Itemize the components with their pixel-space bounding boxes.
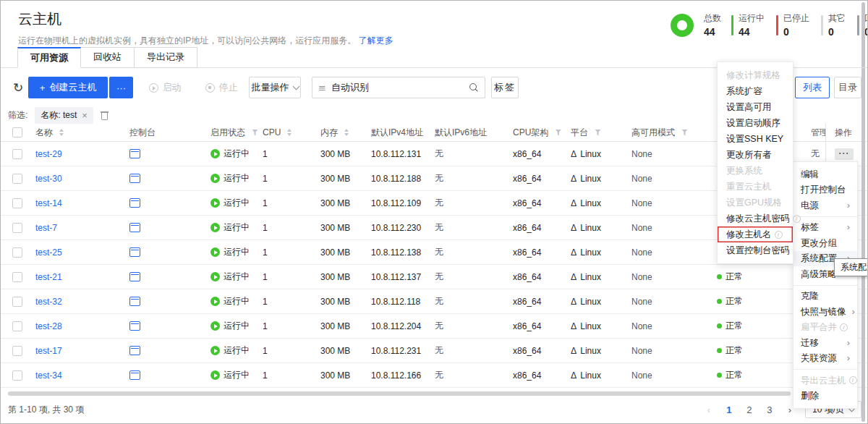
ipv6-value: 无 <box>435 197 443 209</box>
column-header-mem[interactable]: 内存 <box>320 124 371 141</box>
console-icon[interactable] <box>129 174 140 183</box>
action-menu-item[interactable]: 更改分组 <box>793 235 857 251</box>
tab-回收站[interactable]: 回收站 <box>80 47 135 68</box>
row-checkbox[interactable] <box>12 223 22 233</box>
refresh-button[interactable]: ↻ <box>8 77 28 98</box>
sort-icon[interactable] <box>344 129 349 136</box>
row-checkbox[interactable] <box>12 149 22 159</box>
console-icon[interactable] <box>129 346 140 355</box>
sort-icon[interactable] <box>59 129 64 136</box>
column-header-cpu[interactable]: CPU <box>263 124 320 141</box>
action-menu-item[interactable]: 打开控制台 <box>793 182 857 198</box>
column-header-ha[interactable]: 高可用模式 <box>631 124 711 141</box>
stat-item[interactable]: 运行中44 <box>731 12 765 38</box>
tab-可用资源[interactable]: 可用资源 <box>17 47 81 68</box>
console-icon[interactable] <box>129 370 140 380</box>
clear-filters-trash-icon[interactable] <box>101 111 109 120</box>
submenu-item[interactable]: 更改所有者 <box>718 147 793 163</box>
info-icon: i <box>793 215 801 223</box>
vm-name-link[interactable]: test-14 <box>35 198 62 208</box>
filter-funnel-icon[interactable] <box>252 130 258 136</box>
sort-icon[interactable] <box>287 129 292 136</box>
submenu-item[interactable]: 设置高可用 <box>718 99 793 115</box>
vertical-scrollbar[interactable] <box>861 2 865 422</box>
horizontal-scrollbar[interactable] <box>8 391 791 396</box>
console-icon[interactable] <box>129 297 140 306</box>
action-menu-item[interactable]: 电源› <box>793 198 857 213</box>
console-icon[interactable] <box>129 247 140 257</box>
action-menu-item[interactable]: 标签› <box>793 220 857 236</box>
vm-name-link[interactable]: test-34 <box>35 370 62 381</box>
page-number-2[interactable]: 2 <box>744 404 754 415</box>
action-menu-item[interactable]: 迁移› <box>793 335 857 351</box>
row-checkbox[interactable] <box>12 247 22 258</box>
vm-name-link[interactable]: test-25 <box>35 247 62 258</box>
column-header-platform[interactable]: 平台 <box>571 124 631 141</box>
filter-tag-close-icon[interactable]: × <box>82 112 88 119</box>
select-all-checkbox[interactable] <box>12 127 22 137</box>
filter-funnel-icon[interactable] <box>595 130 601 136</box>
stop-button[interactable]: 停止 <box>199 77 244 98</box>
console-icon[interactable] <box>129 198 140 208</box>
search-icon[interactable] <box>469 83 479 93</box>
chevron-down-icon <box>292 82 299 90</box>
learn-more-link[interactable]: 了解更多 <box>359 35 393 46</box>
tag-button[interactable]: 标签 <box>491 77 519 98</box>
submenu-item[interactable]: 设置控制台密码 <box>718 242 793 258</box>
filter-funnel-icon[interactable] <box>681 130 688 136</box>
row-actions-button[interactable]: ··· <box>835 148 854 160</box>
vm-name-link[interactable]: test-17 <box>35 346 62 356</box>
sort-down-icon <box>344 133 349 136</box>
row-checkbox[interactable] <box>12 198 22 208</box>
cpu-arch-value: x86_64 <box>513 272 541 282</box>
cpu-arch-value: x86_64 <box>513 223 541 233</box>
vm-name-link[interactable]: test-7 <box>35 223 57 233</box>
create-more-button[interactable]: ··· <box>109 77 133 98</box>
console-icon[interactable] <box>129 272 140 281</box>
row-checkbox[interactable] <box>12 272 22 282</box>
stat-item[interactable]: 已停止0 <box>776 12 809 38</box>
search-mode-icon[interactable]: ≡ <box>318 82 326 93</box>
row-checkbox[interactable] <box>12 174 22 184</box>
create-host-button[interactable]: + 创建云主机 <box>28 77 108 98</box>
submenu-item[interactable]: 设置启动顺序 <box>718 115 793 131</box>
prev-page-button[interactable]: ‹ <box>704 404 714 415</box>
vm-name-link[interactable]: test-29 <box>35 149 62 159</box>
batch-actions-button[interactable]: 批量操作 <box>249 77 301 98</box>
view-toggle-catalog[interactable]: 目录 <box>834 77 861 98</box>
row-checkbox[interactable] <box>12 321 22 331</box>
action-menu-item[interactable]: 快照与镜像› <box>793 304 857 320</box>
cell-cb <box>12 314 35 338</box>
tab-导出记录[interactable]: 导出记录 <box>134 47 197 68</box>
row-checkbox[interactable] <box>12 346 22 356</box>
start-button[interactable]: 启动 <box>142 77 187 98</box>
running-status-icon <box>210 272 220 281</box>
vm-name-link[interactable]: test-30 <box>35 174 62 184</box>
console-icon[interactable] <box>129 149 140 158</box>
row-checkbox[interactable] <box>12 370 22 381</box>
submenu-item[interactable]: 系统扩容 <box>718 83 793 99</box>
stat-item[interactable]: 其它0 <box>821 12 846 38</box>
submenu-item[interactable]: 设置SSH KEY <box>718 131 793 147</box>
search-input[interactable]: ≡ 自动识别 <box>312 77 485 98</box>
action-menu-item[interactable]: 克隆 <box>793 289 857 305</box>
submenu-item[interactable]: 修改云主机密码i <box>718 211 793 226</box>
console-icon[interactable] <box>129 321 140 331</box>
vm-name-link[interactable]: test-21 <box>35 272 62 282</box>
action-menu-item[interactable]: 删除 <box>793 389 857 404</box>
action-menu-item[interactable]: 关联资源› <box>793 351 857 367</box>
column-header-name[interactable]: 名称 <box>35 124 129 141</box>
column-header-status[interactable]: 启用状态 <box>210 124 263 141</box>
page-number-3[interactable]: 3 <box>765 404 775 415</box>
vm-name-link[interactable]: test-28 <box>35 321 62 331</box>
page-number-1[interactable]: 1 <box>724 404 734 415</box>
cell-ipv4: 10.8.112.231 <box>371 339 435 362</box>
console-icon[interactable] <box>129 223 140 232</box>
submenu-item[interactable]: 修改主机名i <box>718 226 793 242</box>
action-menu-item[interactable]: 编辑 <box>793 166 857 182</box>
row-checkbox[interactable] <box>12 297 22 307</box>
view-toggle-list[interactable]: 列表 <box>795 77 830 98</box>
filter-funnel-icon[interactable] <box>555 130 561 136</box>
column-header-arch[interactable]: CPU架构 <box>513 124 571 141</box>
vm-name-link[interactable]: test-32 <box>35 297 62 307</box>
